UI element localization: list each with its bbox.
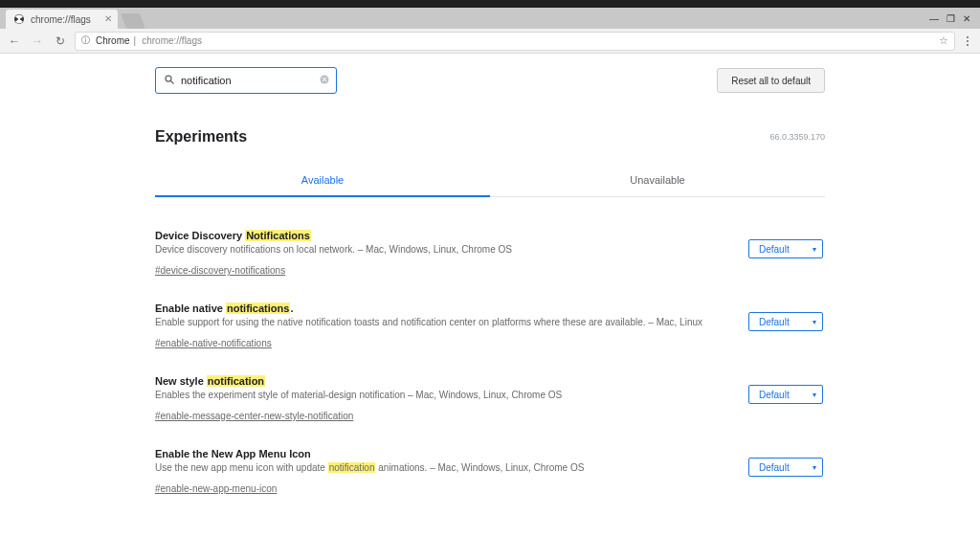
window-controls: — ❐ ✕: [924, 8, 976, 29]
chevron-down-icon: ▾: [813, 391, 816, 399]
forward-button[interactable]: →: [29, 33, 46, 50]
browser-toolbar: ← → ↻ ⓘ Chrome | chrome://flags ☆: [0, 29, 980, 54]
flag-dropdown[interactable]: Default▾: [748, 239, 823, 258]
radioactive-icon: [13, 13, 25, 25]
search-icon: [164, 74, 175, 87]
clear-search-icon[interactable]: [319, 74, 330, 88]
flag-anchor-link[interactable]: #enable-native-notifications: [155, 338, 272, 348]
flag-anchor-link[interactable]: #enable-new-app-menu-icon: [155, 483, 277, 494]
flag-row: New style notificationEnables the experi…: [155, 362, 825, 435]
dropdown-value: Default: [759, 317, 790, 327]
svg-line-3: [171, 81, 174, 84]
page-viewport[interactable]: Reset all to default Experiments 66.0.33…: [0, 54, 980, 537]
tab-title: chrome://flags: [31, 14, 91, 25]
flag-title: New style notification: [155, 375, 731, 387]
flag-dropdown[interactable]: Default▾: [748, 458, 823, 477]
tab-available[interactable]: Available: [155, 167, 490, 197]
flag-row: Enable the New App Menu IconUse the new …: [155, 435, 825, 507]
dropdown-value: Default: [759, 244, 790, 255]
new-tab-button[interactable]: [121, 13, 145, 29]
flag-description: Use the new app menu icon with update no…: [155, 461, 731, 475]
page-title: Experiments: [155, 128, 825, 145]
address-path: chrome://flags: [142, 35, 202, 46]
flag-search-box[interactable]: [155, 67, 337, 94]
flag-description: Enables the experiment style of material…: [155, 389, 731, 402]
flag-anchor-link[interactable]: #enable-message-center-new-style-notific…: [155, 411, 353, 421]
flag-title: Enable the New App Menu Icon: [155, 448, 731, 459]
flag-row: Enable native notifications.Enable suppo…: [155, 289, 825, 362]
flag-description: Enable support for using the native noti…: [155, 316, 731, 329]
bookmark-icon[interactable]: ☆: [939, 34, 948, 47]
browser-tabstrip: chrome://flags ✕ — ❐ ✕: [0, 8, 980, 29]
chrome-version: 66.0.3359.170: [769, 132, 825, 142]
back-button[interactable]: ←: [6, 33, 23, 50]
site-info-icon[interactable]: ⓘ: [81, 34, 90, 47]
close-icon[interactable]: ✕: [104, 13, 112, 24]
address-origin: Chrome: [96, 35, 130, 46]
window-close-button[interactable]: ✕: [963, 13, 970, 24]
tab-unavailable[interactable]: Unavailable: [490, 167, 825, 196]
window-titlebar: [0, 0, 980, 8]
flag-dropdown[interactable]: Default▾: [748, 312, 823, 331]
chevron-down-icon: ▾: [813, 318, 816, 326]
reset-all-button[interactable]: Reset all to default: [717, 68, 825, 93]
chevron-down-icon: ▾: [813, 245, 816, 254]
flag-title: Enable native notifications.: [155, 302, 731, 314]
chevron-down-icon: ▾: [813, 463, 816, 472]
reload-button[interactable]: ↻: [52, 33, 69, 50]
restore-button[interactable]: ❐: [947, 13, 955, 24]
flag-anchor-link[interactable]: #device-discovery-notifications: [155, 265, 285, 276]
address-bar[interactable]: ⓘ Chrome | chrome://flags ☆: [75, 32, 955, 51]
flag-dropdown[interactable]: Default▾: [748, 385, 823, 404]
flag-search-input[interactable]: [181, 75, 313, 86]
browser-tab[interactable]: chrome://flags ✕: [6, 10, 118, 29]
dropdown-value: Default: [759, 390, 790, 400]
flags-list: Device Discovery NotificationsDevice dis…: [155, 216, 825, 507]
svg-point-2: [166, 76, 171, 81]
dropdown-value: Default: [759, 462, 790, 473]
flag-row: Device Discovery NotificationsDevice dis…: [155, 216, 825, 289]
flag-tabs: Available Unavailable: [155, 167, 825, 197]
minimize-button[interactable]: —: [929, 13, 939, 24]
browser-menu-button[interactable]: [961, 36, 974, 46]
flag-title: Device Discovery Notifications: [155, 230, 731, 241]
flag-description: Device discovery notifications on local …: [155, 243, 731, 257]
